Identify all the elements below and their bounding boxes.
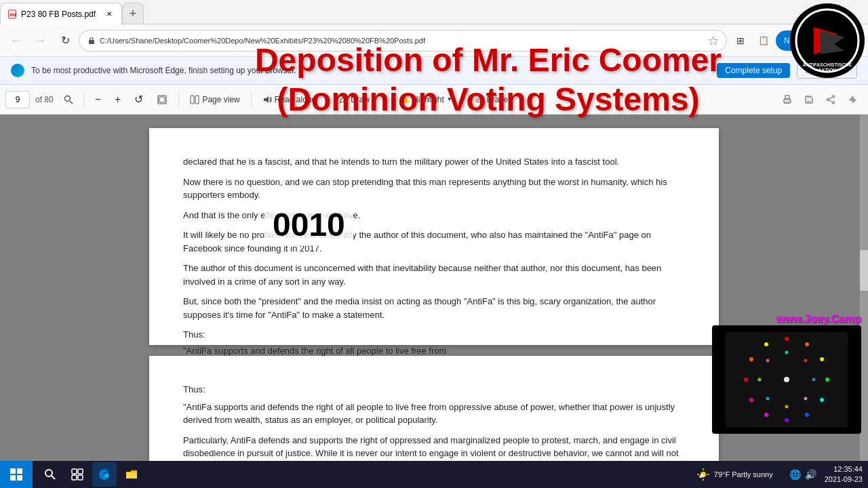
pdf-pages: declared that he is a fascist, and that … — [149, 128, 719, 447]
zoom-out-button[interactable]: − — [90, 89, 106, 110]
weather-widget[interactable]: 79°F Partly sunny — [696, 468, 781, 481]
svg-point-20 — [827, 98, 829, 100]
svg-point-48 — [784, 377, 789, 382]
svg-marker-3 — [709, 37, 717, 45]
pin-button[interactable] — [842, 89, 863, 110]
taskbar-explorer-button[interactable] — [119, 462, 144, 487]
svg-rect-50 — [17, 468, 22, 474]
clock-date: 2021-09-23 — [825, 474, 863, 485]
svg-point-44 — [785, 405, 789, 409]
counter-display: 0010 — [273, 207, 345, 243]
taskbar-search-icon — [44, 468, 56, 481]
rotate-button[interactable]: ↺ — [129, 89, 149, 110]
svg-rect-55 — [72, 469, 77, 474]
active-tab[interactable]: PDF P23 80 FB Posts.pdf ✕ — [0, 3, 122, 24]
taskbar-right: 79°F Partly sunny 🌐 🔊 12:35:44 2021-09-2… — [696, 464, 868, 485]
fit-button[interactable] — [151, 89, 173, 110]
star-icon[interactable] — [709, 36, 718, 45]
svg-rect-7 — [159, 97, 165, 102]
pdf-page-1: declared that he is a fascist, and that … — [149, 128, 719, 345]
antifa-logo: ANTIFASCHISTISCHE AKTION — [787, 0, 868, 81]
svg-point-34 — [785, 418, 789, 422]
para-5: The author of this document is unconcern… — [183, 262, 685, 288]
save-button[interactable] — [799, 89, 819, 110]
taskbar-edge-button[interactable] — [92, 462, 117, 487]
joey-camp-image — [712, 325, 861, 434]
highlight-button[interactable]: Highlight ▼ — [395, 89, 458, 110]
svg-line-21 — [829, 97, 833, 99]
volume-icon[interactable]: 🔊 — [805, 469, 816, 480]
antifa-circle: ANTIFASCHISTISCHE AKTION — [790, 3, 865, 78]
start-button[interactable] — [0, 461, 33, 488]
svg-point-33 — [805, 413, 809, 417]
address-bar[interactable]: C:/Users/Shane/Desktop/Coomer%20Depo/New… — [79, 30, 727, 52]
page-number-input[interactable] — [5, 91, 30, 108]
toolbar-separator-6 — [463, 92, 464, 108]
svg-point-47 — [766, 359, 770, 363]
svg-point-39 — [764, 342, 768, 346]
taskbar: 79°F Partly sunny 🌐 🔊 12:35:44 2021-09-2… — [0, 461, 868, 488]
para-7: Thus: — [183, 328, 685, 342]
tab-title: P23 80 FB Posts.pdf — [21, 9, 96, 19]
taskbar-taskview-button[interactable] — [65, 462, 90, 487]
folder-icon — [125, 468, 138, 481]
antifa-emblem: ANTIFASCHISTISCHE AKTION — [793, 7, 861, 75]
taskbar-sys-icons: 🌐 🔊 — [784, 469, 822, 480]
svg-point-43 — [804, 397, 808, 401]
complete-setup-button[interactable]: Complete setup — [717, 63, 790, 78]
para-6: But, since both the "president" and the … — [183, 295, 685, 321]
extensions-button[interactable]: ⊞ — [730, 30, 751, 52]
toolbar-separator-2 — [178, 92, 179, 108]
taskbar-clock[interactable]: 12:35:44 2021-09-23 — [825, 464, 863, 485]
svg-rect-57 — [72, 475, 77, 480]
toolbar-separator-3 — [251, 92, 252, 108]
fit-icon — [157, 94, 167, 105]
speaker-icon — [262, 95, 272, 104]
back-button[interactable]: ← — [5, 30, 27, 52]
svg-rect-11 — [401, 100, 409, 103]
joey-camp-url: www.Joey.Camp — [712, 313, 868, 325]
share-button[interactable] — [821, 89, 841, 110]
taskbar-search-button[interactable] — [38, 462, 62, 487]
svg-point-18 — [833, 96, 835, 98]
para-4: It will likely be no problem for LEO to … — [183, 228, 685, 255]
windows-icon — [10, 468, 22, 481]
svg-marker-10 — [264, 96, 269, 103]
page-total-label: of 80 — [33, 95, 56, 104]
pdf-page-1-content: declared that he is a fascist, and that … — [183, 155, 685, 378]
tab-close-button[interactable]: ✕ — [104, 9, 115, 20]
svg-point-41 — [804, 359, 808, 363]
svg-point-29 — [805, 342, 809, 346]
address-text: C:/Users/Shane/Desktop/Coomer%20Depo/New… — [100, 37, 702, 45]
partly-sunny-icon — [696, 468, 710, 481]
draw-button[interactable]: Draw ▼ — [333, 89, 383, 110]
svg-rect-49 — [10, 468, 16, 474]
pdf-tab-icon: PDF — [7, 9, 17, 19]
svg-rect-12 — [476, 99, 483, 102]
search-pdf-button[interactable] — [59, 90, 78, 109]
svg-point-46 — [758, 378, 762, 382]
svg-point-30 — [820, 357, 824, 361]
edge-logo — [11, 64, 24, 77]
read-aloud-button[interactable]: Read aloud — [257, 89, 321, 110]
print-button[interactable] — [777, 89, 797, 110]
collections-button[interactable]: 📋 — [753, 30, 774, 52]
taskview-icon — [71, 468, 83, 481]
erase-button[interactable]: Erase — [469, 89, 513, 110]
pin-icon — [848, 95, 857, 104]
zoom-in-button[interactable]: + — [109, 89, 126, 110]
page-view-button[interactable]: Page view — [184, 89, 245, 110]
svg-point-35 — [764, 413, 768, 417]
nav-bar: ← → ↻ C:/Users/Shane/Desktop/Coomer%20De… — [0, 24, 868, 57]
svg-point-37 — [744, 378, 748, 382]
svg-text:ANTIFASCHISTISCHE: ANTIFASCHISTISCHE — [803, 62, 852, 67]
new-tab-button[interactable]: + — [122, 3, 144, 24]
svg-rect-14 — [785, 96, 789, 99]
svg-rect-2 — [89, 40, 94, 44]
network-icon[interactable]: 🌐 — [789, 469, 801, 480]
forward-button[interactable]: → — [30, 30, 52, 52]
refresh-button[interactable]: ↻ — [54, 30, 76, 52]
pdf-scrollbar-thumb[interactable] — [860, 250, 868, 291]
notification-bar: To be most productive with Microsoft Edg… — [0, 57, 868, 85]
svg-rect-59 — [126, 472, 137, 479]
